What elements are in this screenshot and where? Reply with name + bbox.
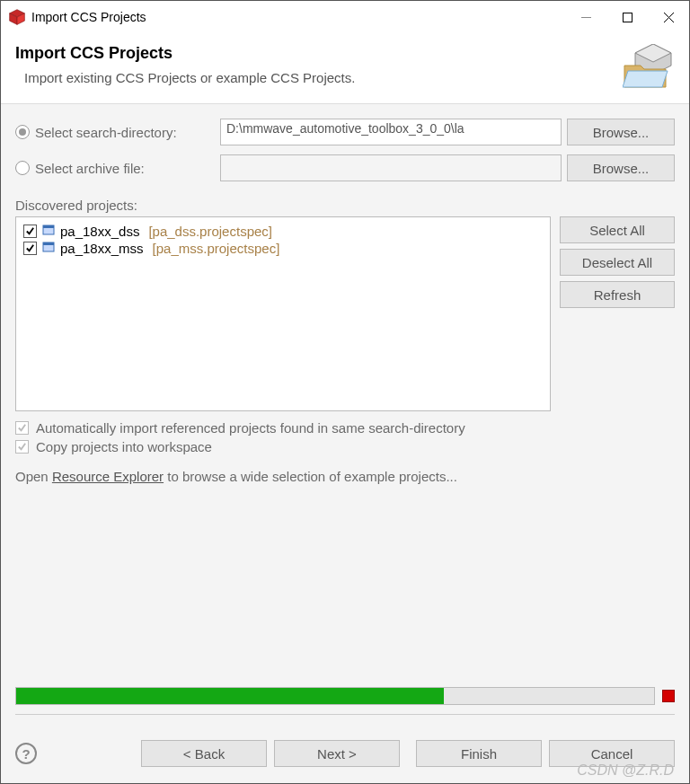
copy-workspace-checkbox bbox=[15, 440, 29, 454]
window-title: Import CCS Projects bbox=[31, 10, 565, 24]
deselect-all-button[interactable]: Deselect All bbox=[560, 249, 675, 276]
auto-import-label: Automatically import referenced projects… bbox=[36, 420, 465, 436]
title-bar: Import CCS Projects bbox=[1, 1, 689, 33]
browse-directory-button[interactable]: Browse... bbox=[567, 119, 675, 145]
progress-bar bbox=[15, 687, 655, 705]
archive-file-label: Select archive file: bbox=[35, 161, 215, 176]
select-all-button[interactable]: Select All bbox=[560, 216, 675, 243]
svg-rect-10 bbox=[43, 225, 54, 228]
project-spec: [pa_dss.projectspec] bbox=[148, 224, 272, 239]
finish-button[interactable]: Finish bbox=[416, 740, 542, 767]
next-button[interactable]: Next > bbox=[274, 740, 400, 767]
svg-rect-4 bbox=[623, 13, 632, 22]
page-title: Import CCS Projects bbox=[15, 44, 623, 63]
discovered-projects-list[interactable]: pa_18xx_dss [pa_dss.projectspec] pa_18xx… bbox=[15, 216, 551, 411]
radio-archive-file[interactable] bbox=[15, 161, 30, 175]
minimize-button[interactable] bbox=[565, 3, 606, 31]
cancel-button[interactable]: Cancel bbox=[549, 740, 675, 767]
refresh-button[interactable]: Refresh bbox=[560, 281, 675, 308]
project-icon bbox=[42, 224, 55, 239]
discovered-projects-label: Discovered projects: bbox=[15, 198, 675, 213]
search-directory-label: Select search-directory: bbox=[35, 125, 215, 140]
svg-rect-12 bbox=[43, 242, 54, 245]
copy-workspace-label: Copy projects into workspace bbox=[36, 439, 212, 454]
close-button[interactable] bbox=[648, 3, 689, 31]
app-icon bbox=[8, 8, 26, 26]
auto-import-checkbox bbox=[15, 421, 29, 435]
project-icon bbox=[42, 241, 55, 256]
progress-fill bbox=[16, 688, 444, 704]
project-item[interactable]: pa_18xx_mss [pa_mss.projectspec] bbox=[20, 240, 546, 257]
project-name: pa_18xx_mss bbox=[60, 241, 144, 256]
project-checkbox[interactable] bbox=[23, 225, 37, 238]
stop-button[interactable] bbox=[662, 690, 675, 702]
browse-archive-button[interactable]: Browse... bbox=[567, 154, 675, 181]
project-name: pa_18xx_dss bbox=[60, 224, 139, 239]
project-item[interactable]: pa_18xx_dss [pa_dss.projectspec] bbox=[20, 223, 546, 240]
folder-import-icon bbox=[623, 44, 675, 91]
wizard-header: Import CCS Projects Import existing CCS … bbox=[1, 33, 689, 104]
resource-explorer-link[interactable]: Resource Explorer bbox=[52, 469, 164, 484]
maximize-button[interactable] bbox=[606, 3, 648, 31]
back-button[interactable]: < Back bbox=[141, 740, 267, 767]
archive-file-input bbox=[220, 154, 562, 181]
project-checkbox[interactable] bbox=[23, 242, 37, 255]
resource-explorer-hint: Open Resource Explorer to browse a wide … bbox=[15, 469, 675, 484]
project-spec: [pa_mss.projectspec] bbox=[153, 241, 280, 256]
help-button[interactable]: ? bbox=[15, 743, 37, 764]
page-subtitle: Import existing CCS Projects or example … bbox=[24, 70, 623, 85]
radio-search-directory[interactable] bbox=[15, 125, 30, 139]
search-directory-input[interactable]: D:\mmwave_automotive_toolbox_3_0_0\la bbox=[220, 119, 562, 145]
